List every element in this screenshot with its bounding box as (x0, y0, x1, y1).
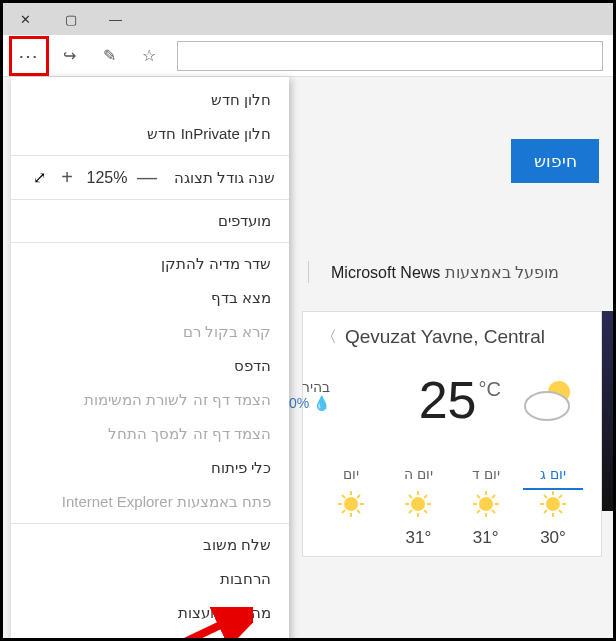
svg-line-38 (342, 510, 345, 513)
humidity-text: 💧 0% (289, 395, 330, 411)
chevron-left-icon: 〈 (321, 327, 337, 348)
svg-line-11 (544, 510, 547, 513)
menu-find[interactable]: מצא בדף (11, 281, 289, 315)
more-menu-button[interactable]: ⋯ (9, 36, 49, 76)
svg-line-19 (492, 495, 495, 498)
web-notes-button[interactable]: ✎ (89, 36, 129, 76)
forecast-day-temp: 31° (388, 528, 448, 548)
forecast-day[interactable]: יום ה 31° (388, 466, 448, 548)
menu-cast[interactable]: שדר מדיה להתקן (11, 247, 289, 281)
svg-point-12 (479, 497, 493, 511)
search-button[interactable]: חיפוש (511, 139, 599, 183)
window-maximize-button[interactable]: ▢ (48, 3, 93, 35)
favorites-button[interactable]: ☆ (129, 36, 169, 76)
sunny-icon (539, 490, 567, 518)
menu-separator (11, 523, 289, 524)
svg-line-8 (544, 495, 547, 498)
zoom-value: 125% (81, 169, 133, 187)
vertical-divider (308, 261, 309, 283)
powered-by-label: מופעל באמצעות Microsoft News (331, 263, 559, 282)
browser-toolbar: ⋯ ↪ ✎ ☆ (3, 35, 613, 77)
menu-feedback[interactable]: שלח משוב (11, 528, 289, 562)
svg-line-27 (424, 510, 427, 513)
forecast-day[interactable]: יום ד 31° (456, 466, 516, 548)
ellipsis-icon: ⋯ (18, 44, 40, 68)
menu-read-aloud[interactable]: קרא בקול רם (11, 315, 289, 349)
page-content: חיפוש מופעל באמצעות Microsoft News 〈 Qev… (3, 77, 613, 638)
svg-line-17 (477, 495, 480, 498)
forecast-day-temp: 31° (456, 528, 516, 548)
forecast-day[interactable]: יום ג 30° (523, 466, 583, 548)
menu-extensions[interactable]: הרחבות (11, 562, 289, 596)
menu-new-inprivate[interactable]: חלון InPrivate חדש (11, 117, 289, 151)
svg-line-18 (492, 510, 495, 513)
weather-location: Qevuzat Yavne, Central (345, 326, 545, 348)
svg-line-36 (357, 510, 360, 513)
forecast-day-name: יום ד (456, 466, 516, 490)
more-menu-dropdown: חלון חדש חלון InPrivate חדש שנה גודל תצו… (11, 77, 289, 641)
svg-line-10 (559, 495, 562, 498)
powered-prefix: מופעל באמצעות (440, 264, 559, 281)
menu-pin-taskbar[interactable]: הצמד דף זה לשורת המשימות (11, 383, 289, 417)
forecast-row: יום ג 30° יום ד 31° יום ה 31° יום (321, 466, 583, 548)
forecast-day-name: יום ה (388, 466, 448, 490)
weather-temp-value: 25 (419, 370, 477, 430)
svg-point-3 (546, 497, 560, 511)
svg-point-21 (411, 497, 425, 511)
weather-card[interactable]: 〈 Qevuzat Yavne, Central 25 °C יום ג 30°… (302, 311, 602, 557)
svg-line-37 (357, 495, 360, 498)
weather-condition-partial: בהיר 💧 0% (289, 379, 330, 411)
menu-print[interactable]: הדפס (11, 349, 289, 383)
partly-cloudy-icon (519, 374, 583, 426)
fullscreen-button[interactable]: ⤢ (25, 168, 53, 187)
weather-current: 25 °C (321, 370, 583, 430)
weather-location-row[interactable]: 〈 Qevuzat Yavne, Central (321, 326, 583, 348)
svg-line-20 (477, 510, 480, 513)
menu-new-window[interactable]: חלון חדש (11, 83, 289, 117)
window-titlebar: ✕ ▢ — (3, 3, 613, 35)
svg-point-2 (525, 392, 569, 420)
powered-brand: Microsoft News (331, 264, 440, 281)
sunny-icon (472, 490, 500, 518)
menu-whats-new[interactable]: מה חדש ועצות (11, 596, 289, 630)
sunny-icon (404, 490, 432, 518)
menu-zoom-row: שנה גודל תצוגה — 125% + ⤢ (11, 160, 289, 195)
menu-separator (11, 242, 289, 243)
svg-line-9 (559, 510, 562, 513)
window-close-button[interactable]: ✕ (3, 3, 48, 35)
svg-line-29 (409, 510, 412, 513)
menu-pin-start[interactable]: הצמד דף זה למסך התחל (11, 417, 289, 451)
condition-text: בהיר (289, 379, 330, 395)
svg-point-30 (344, 497, 358, 511)
star-icon: ☆ (142, 46, 156, 65)
forecast-day-name: יום (321, 466, 381, 490)
menu-dev-tools[interactable]: כלי פיתוח (11, 451, 289, 485)
forecast-day-name: יום ג (523, 466, 583, 490)
menu-open-ie[interactable]: פתח באמצעות Internet Explorer (11, 485, 289, 519)
forecast-day-temp: 30° (523, 528, 583, 548)
svg-line-28 (424, 495, 427, 498)
zoom-label: שנה גודל תצוגה (161, 169, 275, 187)
zoom-in-button[interactable]: + (53, 166, 81, 189)
menu-favorites[interactable]: מועדפים (11, 204, 289, 238)
forecast-day[interactable]: יום (321, 466, 381, 548)
menu-settings[interactable]: הגדרות (11, 630, 289, 641)
share-button[interactable]: ↪ (49, 36, 89, 76)
menu-separator (11, 155, 289, 156)
address-bar[interactable] (177, 41, 603, 71)
menu-separator (11, 199, 289, 200)
svg-line-35 (342, 495, 345, 498)
zoom-out-button[interactable]: — (133, 166, 161, 189)
pen-icon: ✎ (103, 46, 116, 65)
weather-temp-unit: °C (479, 378, 501, 401)
sunny-icon (337, 490, 365, 518)
share-icon: ↪ (63, 46, 76, 65)
window-minimize-button[interactable]: — (93, 3, 138, 35)
svg-line-26 (409, 495, 412, 498)
